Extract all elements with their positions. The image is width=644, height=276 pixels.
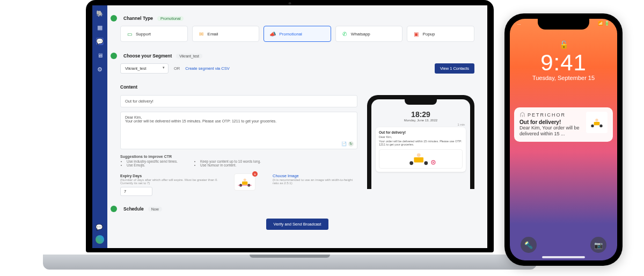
- notif-body: Dear Kim, Your order will be delivered w…: [519, 125, 582, 137]
- lock-icon: 🔓: [510, 40, 617, 49]
- notification-card[interactable]: PETRICHOR Out for delivery! Dear Kim, Yo…: [514, 107, 613, 142]
- notifications-icon[interactable]: 💬: [96, 223, 103, 231]
- expiry-hint: (Number of days after which offer will e…: [120, 178, 228, 185]
- sugg-item: Use Emojis.: [127, 163, 178, 167]
- preview-notif-card: 1 min Out for delivery! Dear Kim, Your o…: [376, 127, 466, 172]
- svg-point-4: [410, 162, 414, 165]
- subject-input[interactable]: Out for delivery!: [120, 95, 357, 107]
- nav-settings-icon[interactable]: ⚙: [96, 66, 104, 73]
- flashlight-button[interactable]: 🔦: [521, 237, 537, 253]
- suggestions: Suggestions to improve CTR Use industry-…: [120, 155, 357, 167]
- segment-title: Choose your Segment: [123, 53, 172, 59]
- sugg-left: Use industry-specific send times. Use Em…: [120, 159, 178, 167]
- sugg-right: Keep your content up to 10 words long. U…: [194, 159, 261, 167]
- image-thumb[interactable]: [234, 173, 255, 191]
- choose-image-hint: (It is recommended to use an image with …: [273, 178, 357, 185]
- content-header: Content: [120, 84, 474, 90]
- schedule-title: Schedule: [123, 206, 144, 212]
- channel-type-pill: Promotional: [157, 16, 184, 21]
- segment-pill: Vikrant_test: [176, 54, 202, 59]
- verify-send-button[interactable]: Verify and Send Broadcast: [266, 219, 329, 230]
- preview-line2: Your order will be delivered within 15 m…: [379, 140, 463, 146]
- svg-point-9: [433, 162, 434, 163]
- submit-row: Verify and Send Broadcast: [120, 219, 474, 230]
- body-textarea[interactable]: Dear Kim, Your order will be delivered w…: [120, 112, 357, 149]
- editor-column: Out for delivery! Dear Kim, Your order w…: [120, 95, 357, 196]
- svg-point-13: [595, 119, 598, 121]
- sidebar: 🐘 ▦ 💬 🖥 ⚙ 💬: [92, 5, 107, 248]
- laptop-mockup: 🐘 ▦ 💬 🖥 ⚙ 💬 Channel Type Promotional: [86, 0, 494, 268]
- preview-screen: 18:29 Monday, June 13, 2022 1 min Out fo…: [371, 99, 470, 189]
- expiry-label: Expiry Days: [120, 174, 142, 178]
- email-icon: ✉: [198, 31, 204, 37]
- delivery-illustration: [387, 151, 453, 166]
- channel-type-header: Channel Type Promotional: [120, 15, 474, 21]
- laptop-bezel: 🐘 ▦ 💬 🖥 ⚙ 💬 Channel Type Promotional: [86, 0, 494, 252]
- segment-select[interactable]: Vikrant_test: [120, 63, 169, 74]
- step-done-icon: [111, 15, 117, 21]
- channel-whatsapp[interactable]: ✆Whatsapp: [335, 26, 403, 42]
- segment-header: Choose your Segment Vikrant_test: [120, 53, 474, 59]
- support-icon: ▭: [126, 31, 133, 37]
- channel-label: Promotional: [279, 32, 302, 37]
- channel-label: Email: [208, 32, 218, 37]
- preview-phone: 18:29 Monday, June 13, 2022 1 min Out fo…: [367, 95, 474, 189]
- channel-support[interactable]: ▭Support: [120, 26, 188, 42]
- or-label: OR: [174, 66, 180, 71]
- channel-email[interactable]: ✉Email: [192, 26, 260, 42]
- laptop-camera: [289, 2, 291, 5]
- preview-time: 18:29: [376, 110, 466, 119]
- lock-area: 🔓 9:41 Tuesday, September 15: [510, 40, 617, 81]
- preview-image: [379, 149, 463, 169]
- home-indicator[interactable]: [542, 256, 585, 258]
- refresh-icon[interactable]: ↻: [348, 141, 354, 147]
- channel-type-title: Channel Type: [123, 16, 153, 21]
- content-body-wrap: Out for delivery! Dear Kim, Your order w…: [120, 95, 474, 196]
- nav-dashboard-icon[interactable]: ▦: [96, 24, 104, 31]
- schedule-header: Schedule Now: [120, 206, 474, 212]
- battery-signal-icon: 📶 🔋: [598, 21, 610, 26]
- notif-text: PETRICHOR Out for delivery! Dear Kim, Yo…: [519, 112, 582, 137]
- channel-promotional[interactable]: 📣Promotional: [264, 26, 331, 42]
- delivery-illustration: [237, 176, 253, 188]
- expiry-column: Expiry Days (Number of days after which …: [120, 173, 228, 196]
- delivery-illustration: [588, 114, 605, 131]
- step-done-icon: [111, 206, 117, 212]
- view-contacts-button[interactable]: View 1 Contacts: [435, 63, 474, 74]
- nav-broadcast-icon[interactable]: 💬: [96, 38, 104, 45]
- expiry-input[interactable]: 7: [120, 187, 152, 196]
- choose-image-link[interactable]: Choose Image: [273, 173, 357, 178]
- iphone-notch: [538, 19, 589, 30]
- channel-label: Support: [136, 32, 151, 37]
- nav-devices-icon[interactable]: 🖥: [96, 52, 104, 59]
- channel-popup[interactable]: ▣Popup: [407, 26, 474, 42]
- iphone-mockup: ... 📶 🔋 🔓 9:41 Tuesday, September 15 PET…: [504, 13, 623, 266]
- svg-point-7: [417, 154, 421, 157]
- svg-rect-6: [414, 157, 424, 163]
- svg-point-5: [425, 162, 428, 165]
- popup-icon: ▣: [413, 31, 419, 37]
- notif-app-row: PETRICHOR: [519, 112, 582, 118]
- laptop-base: [43, 255, 537, 270]
- segment-controls: Vikrant_test OR Create segment via CSV V…: [120, 63, 474, 74]
- template-icon[interactable]: 📄: [341, 141, 347, 147]
- petrichor-app-icon: [519, 112, 525, 118]
- lock-time: 9:41: [510, 50, 617, 76]
- notif-app-name: PETRICHOR: [528, 112, 566, 118]
- remove-image-button[interactable]: ×: [252, 171, 258, 177]
- channel-cards: ▭Support ✉Email 📣Promotional ✆Whatsapp ▣…: [120, 26, 474, 42]
- camera-button[interactable]: 📷: [590, 237, 606, 253]
- preview-notch: [405, 99, 437, 105]
- preview-badge-time: 1 min: [458, 123, 465, 126]
- megaphone-icon: 📣: [269, 31, 276, 37]
- svg-point-11: [599, 125, 602, 127]
- main-content: Channel Type Promotional ▭Support ✉Email…: [107, 5, 487, 248]
- thumb-column: ×: [234, 173, 266, 191]
- choose-image-column: Choose Image (It is recommended to use a…: [273, 173, 357, 185]
- laptop-hinge: [250, 255, 330, 258]
- whatsapp-icon: ✆: [341, 31, 348, 37]
- channel-label: Popup: [422, 32, 435, 37]
- avatar[interactable]: [96, 235, 104, 244]
- create-segment-link[interactable]: Create segment via CSV: [185, 66, 230, 71]
- app-window: 🐘 ▦ 💬 🖥 ⚙ 💬 Channel Type Promotional: [92, 5, 487, 248]
